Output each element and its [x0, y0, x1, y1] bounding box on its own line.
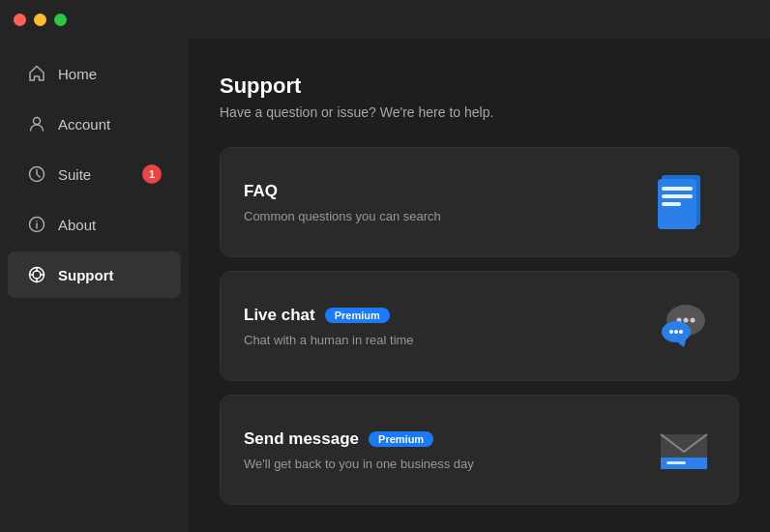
- live-chat-card-desc: Chat with a human in real time: [244, 333, 653, 347]
- svg-point-0: [34, 118, 41, 125]
- sidebar-item-home[interactable]: Home: [8, 50, 181, 97]
- faq-card-content: FAQ Common questions you can search: [244, 182, 653, 223]
- sidebar-item-label: Account: [58, 116, 110, 133]
- send-message-card-content: Send message Premium We'll get back to y…: [244, 429, 653, 471]
- send-message-icon: [653, 419, 715, 481]
- faq-card-desc: Common questions you can search: [244, 209, 653, 223]
- live-chat-premium-badge: Premium: [325, 308, 390, 323]
- sidebar-item-account[interactable]: Account: [8, 101, 181, 147]
- close-button[interactable]: [14, 14, 26, 26]
- svg-point-3: [36, 221, 38, 222]
- maximize-button[interactable]: [54, 14, 67, 26]
- home-icon: [27, 64, 46, 83]
- svg-rect-25: [666, 461, 686, 464]
- live-chat-icon: [653, 295, 715, 357]
- send-message-premium-badge: Premium: [369, 431, 433, 447]
- sidebar-item-label: Support: [58, 267, 114, 283]
- sidebar-item-label: Suite: [58, 166, 91, 183]
- sidebar-item-suite[interactable]: Suite 1: [8, 151, 181, 197]
- svg-point-5: [33, 271, 41, 279]
- live-chat-card-content: Live chat Premium Chat with a human in r…: [244, 306, 653, 347]
- support-icon: [27, 265, 46, 284]
- svg-point-22: [679, 330, 683, 334]
- svg-point-17: [684, 318, 689, 323]
- svg-rect-12: [662, 187, 693, 191]
- suite-icon: [27, 164, 46, 184]
- minimize-button[interactable]: [34, 14, 46, 26]
- send-message-card-desc: We'll get back to you in one business da…: [244, 457, 653, 471]
- sidebar-item-support[interactable]: Support: [8, 251, 181, 298]
- svg-rect-14: [662, 202, 681, 206]
- suite-badge: 1: [142, 164, 162, 184]
- svg-rect-13: [662, 194, 693, 198]
- titlebar: [0, 0, 770, 39]
- live-chat-card[interactable]: Live chat Premium Chat with a human in r…: [220, 271, 739, 381]
- faq-card-title: FAQ: [244, 182, 278, 201]
- sidebar-item-label: Home: [58, 66, 97, 82]
- about-icon: [27, 215, 46, 234]
- sidebar-item-label: About: [58, 217, 96, 233]
- send-message-card-title: Send message: [244, 429, 359, 449]
- main-content: Support Have a question or issue? We're …: [189, 39, 770, 532]
- svg-point-21: [674, 330, 678, 334]
- page-title: Support: [220, 74, 739, 99]
- account-icon: [27, 114, 46, 133]
- faq-icon: [653, 171, 715, 233]
- sidebar: Home Account Suite 1: [0, 39, 189, 532]
- faq-card[interactable]: FAQ Common questions you can search: [220, 147, 739, 257]
- page-subtitle: Have a question or issue? We're here to …: [220, 104, 739, 120]
- sidebar-item-about[interactable]: About: [8, 201, 181, 248]
- send-message-card[interactable]: Send message Premium We'll get back to y…: [220, 395, 739, 505]
- svg-point-18: [691, 318, 696, 323]
- svg-point-20: [669, 330, 673, 334]
- live-chat-card-title: Live chat: [244, 306, 315, 325]
